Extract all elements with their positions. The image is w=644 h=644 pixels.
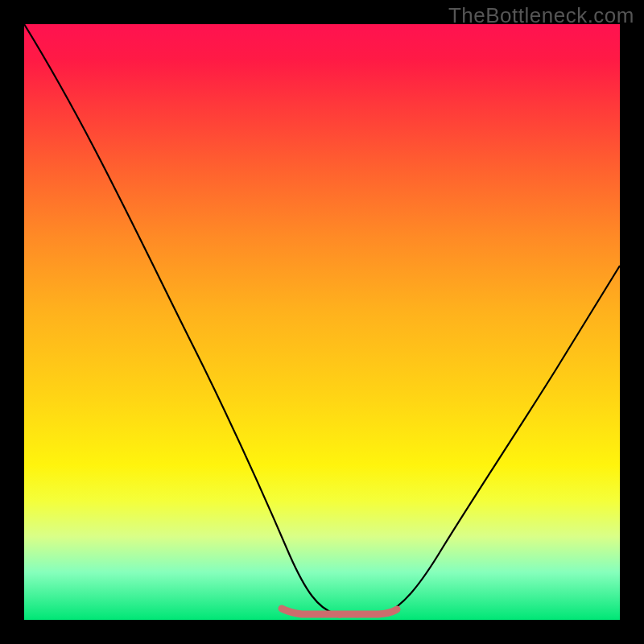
left-curve — [24, 24, 334, 613]
flat-dot — [355, 613, 360, 617]
curve-overlay — [24, 24, 620, 620]
chart-container: TheBottleneck.com — [0, 0, 644, 644]
flat-dot — [337, 613, 342, 617]
right-curve — [386, 266, 620, 613]
flat-dot — [320, 613, 324, 617]
watermark-text: TheBottleneck.com — [448, 3, 634, 28]
